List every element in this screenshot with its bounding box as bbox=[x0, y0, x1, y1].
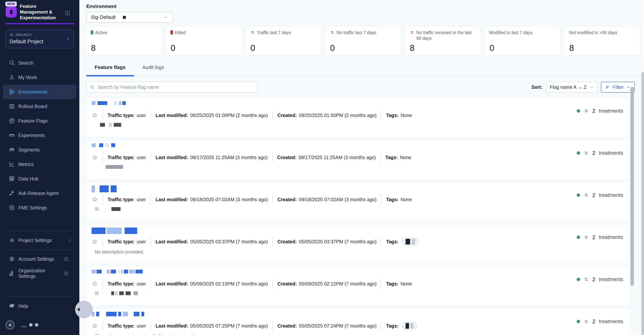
flag-description bbox=[95, 207, 120, 211]
tab-feature-flags[interactable]: Feature flags bbox=[86, 60, 134, 76]
meta-label: Traffic type: bbox=[108, 155, 135, 160]
box-icon bbox=[10, 33, 14, 37]
redacted-block bbox=[98, 101, 107, 105]
redacted-block bbox=[119, 291, 124, 295]
flag-name-redacted[interactable] bbox=[92, 270, 143, 274]
flag-name-redacted[interactable] bbox=[92, 185, 116, 192]
status-chip-icon bbox=[170, 30, 173, 34]
sidebar-item-project-settings[interactable]: Project Settings bbox=[3, 233, 76, 248]
tab-audit-logs[interactable]: Audit logs bbox=[134, 60, 172, 76]
stat-card-label-row: Killed bbox=[170, 30, 237, 35]
sidebar-item-fme-settings[interactable]: FME Settings bbox=[3, 200, 76, 215]
environment-selected-value: Stg-Default bbox=[91, 14, 116, 20]
sidebar-item-rollout-board[interactable]: Rollout Board bbox=[3, 99, 76, 114]
meta-value: 05/05/2025 07:25PM (7 months ago) bbox=[190, 323, 268, 329]
flag-row[interactable]: Traffic type:userLast modified:09/17/202… bbox=[86, 140, 629, 180]
sidebar-item-ask-release-agent[interactable]: Ask Release Agent bbox=[3, 186, 76, 200]
search-box[interactable] bbox=[86, 82, 258, 93]
flag-name-redacted[interactable] bbox=[92, 143, 115, 147]
divider bbox=[150, 237, 151, 247]
chevron-down-icon bbox=[589, 85, 594, 90]
user-icon bbox=[8, 74, 15, 81]
sidebar-item-metrics[interactable]: Metrics bbox=[3, 157, 76, 172]
filter-button[interactable]: Filter bbox=[601, 82, 635, 93]
flag-meta-row: Traffic type:userLast modified:05/05/202… bbox=[90, 321, 418, 331]
sidebar-item-environments[interactable]: Environments bbox=[3, 85, 76, 99]
sidebar-item-search[interactable]: Search bbox=[3, 56, 76, 70]
sidebar-item-help[interactable]: ? Help bbox=[3, 299, 76, 313]
stat-card-label-row: No traffic received in the last 90 days bbox=[409, 30, 476, 41]
redacted-user-name bbox=[20, 326, 27, 328]
divider bbox=[272, 321, 273, 331]
list-scrollbar-thumb[interactable] bbox=[630, 87, 634, 286]
avatar[interactable]: A bbox=[6, 321, 14, 329]
active-status-dot bbox=[577, 151, 580, 155]
flag-name-redacted[interactable] bbox=[92, 312, 144, 316]
info-icon[interactable] bbox=[64, 257, 69, 262]
search-input[interactable] bbox=[97, 84, 254, 90]
split-outline-icon bbox=[8, 204, 15, 211]
meta-label: Traffic type: bbox=[108, 113, 135, 118]
flag-row[interactable]: Traffic type:userLast modified:05/05/202… bbox=[86, 309, 629, 335]
sidebar-collapse-handle[interactable] bbox=[75, 301, 93, 318]
meta-segment: Tags:None bbox=[385, 155, 411, 160]
environment-select[interactable]: Stg-Default bbox=[86, 12, 173, 23]
sidebar-item-label: Segments bbox=[18, 147, 40, 153]
project-selector[interactable]: PROJECT Default Project bbox=[5, 29, 74, 48]
star-icon[interactable] bbox=[92, 154, 98, 161]
swap-arrows-icon bbox=[584, 108, 589, 114]
meta-segment: Traffic type:user bbox=[108, 197, 146, 202]
sidebar-item-organization-settings[interactable]: Organization Settings bbox=[3, 266, 76, 281]
tag-pill-redacted bbox=[401, 237, 419, 246]
treatments-count: 2 bbox=[592, 192, 596, 198]
redacted-block bbox=[109, 123, 112, 127]
meta-value: 09/18/2025 07:02AM (3 months ago) bbox=[299, 197, 376, 202]
info-icon[interactable] bbox=[64, 271, 69, 276]
tags-value: None bbox=[400, 197, 412, 202]
sidebar-item-account-settings[interactable]: Account Settings bbox=[3, 252, 76, 266]
divider bbox=[381, 279, 382, 289]
sidebar-item-feature-flags[interactable]: Feature Flags bbox=[3, 114, 76, 128]
redacted-block bbox=[92, 101, 96, 105]
star-icon[interactable] bbox=[92, 281, 98, 287]
tags-value: None bbox=[400, 281, 412, 287]
sidebar-item-data-hub[interactable]: Data Hub bbox=[3, 172, 76, 186]
help-icon: ? bbox=[8, 303, 15, 309]
swap-arrows-icon bbox=[330, 30, 335, 35]
stat-card-value: 8 bbox=[410, 43, 414, 53]
meta-segment: Created:09/18/2025 07:02AM (3 months ago… bbox=[277, 197, 376, 202]
flag-row[interactable]: Traffic type:userLast modified:05/09/202… bbox=[86, 266, 629, 306]
status-chip-icon bbox=[90, 30, 93, 34]
flag-name-redacted[interactable] bbox=[92, 228, 137, 234]
sidebar-item-experiments[interactable]: Experiments bbox=[3, 128, 76, 143]
meta-label: Traffic type: bbox=[108, 323, 135, 329]
user-account-row[interactable]: A bbox=[3, 318, 76, 332]
window-scrollbar-thumb[interactable] bbox=[642, 72, 644, 335]
flag-row[interactable]: Traffic type:userLast modified:05/05/202… bbox=[86, 224, 629, 264]
meta-value: user bbox=[137, 155, 146, 160]
sidebar-item-segments[interactable]: Segments bbox=[3, 143, 76, 157]
flag-row[interactable]: Traffic type:userLast modified:09/25/202… bbox=[86, 98, 629, 137]
star-icon[interactable] bbox=[92, 196, 98, 203]
stat-card-value: 0 bbox=[171, 43, 175, 53]
app-grid-icon[interactable] bbox=[64, 9, 71, 16]
divider bbox=[272, 194, 273, 205]
sort-select[interactable]: Flag name A → Z bbox=[546, 82, 598, 93]
divider bbox=[103, 194, 103, 205]
treatments-count: 2 bbox=[592, 108, 596, 114]
meta-segment: Last modified:09/25/2025 01:00PM (2 mont… bbox=[156, 113, 268, 118]
stat-card-label: Modified in last 7 days bbox=[489, 30, 532, 35]
flag-description: No description provided. bbox=[95, 249, 144, 255]
meta-label: Tags: bbox=[386, 323, 398, 329]
sidebar-header: NEW Feature Management & Experimentation bbox=[0, 0, 79, 21]
flag-row[interactable]: Traffic type:userLast modified:09/18/202… bbox=[86, 182, 629, 222]
star-icon[interactable] bbox=[92, 323, 98, 329]
star-icon[interactable] bbox=[92, 238, 98, 245]
divider bbox=[103, 321, 103, 331]
search-icon bbox=[8, 60, 15, 66]
sidebar-item-my-work[interactable]: My Work bbox=[3, 70, 76, 85]
flag-name-redacted[interactable] bbox=[92, 101, 126, 105]
hexagons-icon bbox=[8, 89, 15, 95]
divider bbox=[272, 110, 273, 120]
star-icon[interactable] bbox=[92, 112, 98, 118]
